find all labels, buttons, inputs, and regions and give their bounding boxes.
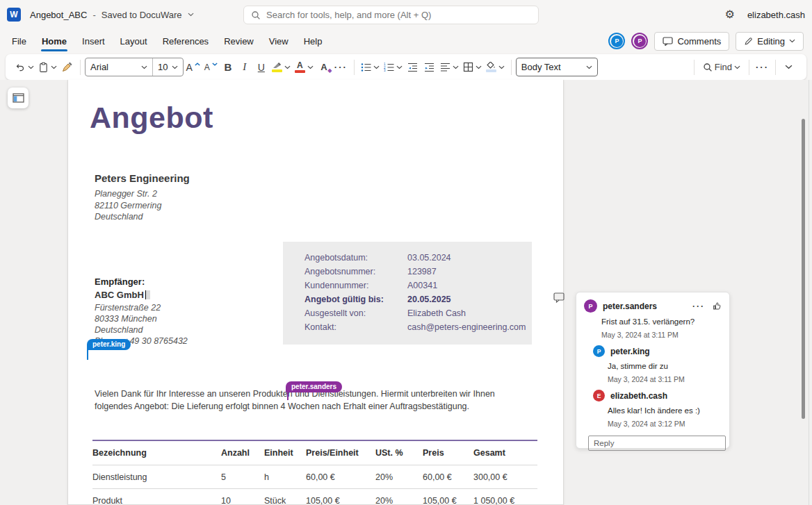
chevron-down-icon [28,65,34,69]
font-color-button[interactable]: A [293,58,316,77]
chevron-down-icon [586,65,592,69]
comment-author: peter.sanders [603,301,657,311]
comment-thread-card[interactable]: P peter.sanders ··· Frist auf 31.5. verl… [576,292,730,449]
undo-button[interactable] [13,58,36,77]
bullet-list-button[interactable] [359,58,382,77]
comment-more-options-icon[interactable]: ··· [692,301,705,311]
editing-mode-button[interactable]: Editing [736,32,804,51]
title-separator: - [92,10,95,20]
info-row: Kontakt:cash@peters-engineering.com [304,320,532,334]
comment-header: P peter.sanders ··· [584,299,722,313]
comment-text: Frist auf 31.5. verlängern? [601,317,722,326]
chevron-down-icon [396,65,403,69]
document-page[interactable]: Angebot Peters Engineering Planegger Str… [67,80,564,505]
bullet-list-icon [361,63,371,72]
collab-flag-peter-sanders[interactable]: peter.sanders [286,381,342,392]
numbered-list-button[interactable]: 123 [382,58,405,77]
navigation-pane-button[interactable] [8,88,29,108]
collab-flag-peter-king[interactable]: peter.king [87,339,131,350]
word-logo-letter: W [10,10,17,19]
table-grid-icon [463,62,473,72]
find-button[interactable]: Find [699,58,745,77]
ribbon-toolbar: Arial 10 A A B I U [6,54,806,80]
user-name[interactable]: elizabeth.cash [747,10,805,20]
format-painter-button[interactable] [59,58,76,77]
presence-avatar-peter-king[interactable]: P [608,33,625,49]
scrollbar-thumb[interactable] [802,119,805,419]
comment-anchor[interactable] [553,292,565,303]
chevron-down-icon [307,65,314,69]
highlight-color-button[interactable] [270,58,293,77]
numbered-list-icon: 123 [384,63,394,72]
shrink-font-button[interactable]: A [202,58,220,77]
reply-input[interactable] [589,436,725,450]
search-icon [251,10,261,20]
paste-button[interactable] [36,58,59,77]
chevron-down-icon [51,65,57,69]
recipient-name: ABC GmbH [95,290,150,300]
recipient-address-line: Fürstenstraße 22 [95,302,188,313]
increase-indent-button[interactable] [421,58,438,77]
toolbar-separator [694,60,695,75]
info-row: Ausgestellt von:Elizabeth Cash [304,306,532,320]
tab-review[interactable]: Review [216,29,261,53]
font-size-select[interactable]: 10 [153,58,183,76]
ribbon-layout-chevron-button[interactable] [780,58,797,77]
clear-formatting-button[interactable]: A ◆ [316,58,332,77]
tab-layout[interactable]: Layout [113,29,155,53]
align-left-icon [440,63,450,72]
alignment-button[interactable] [438,58,461,77]
search-box[interactable] [243,6,539,24]
tab-home[interactable]: Home [34,29,74,53]
reply-author: peter.king [610,347,650,356]
sender-address-line: 82110 Germering [95,200,161,212]
shading-button[interactable] [484,58,507,77]
toolbar-separator [749,60,749,75]
tab-references[interactable]: References [155,29,216,53]
bold-button[interactable]: B [220,58,236,77]
more-font-options-button[interactable]: ··· [332,58,350,77]
more-toolbar-options-button[interactable]: ··· [754,58,771,77]
grow-font-button[interactable]: A [184,58,202,77]
italic-button[interactable]: I [236,58,253,77]
chevron-down-icon [498,65,505,69]
tab-view[interactable]: View [261,29,296,53]
word-logo-icon[interactable]: W [7,8,21,22]
chevron-down-icon[interactable] [188,13,194,17]
avatar-peter-sanders: P [584,299,597,313]
table-header-row: BezeichnungAnzahlEinheitPreis/EinheitUSt… [92,441,537,465]
avatar-peter-king: P [593,345,605,357]
table-row: Dienstleistung5h60,00 €20%60,00 €300,00 … [92,465,537,489]
toolbar-separator [80,60,81,75]
navigation-pane-icon [13,93,24,103]
font-name-select[interactable]: Arial [86,58,152,76]
document-title: Angebot_ABC [30,10,87,20]
comment-anchor-icon [553,292,565,303]
document-workspace: Angebot Peters Engineering Planegger Str… [0,80,812,505]
tab-file[interactable]: File [4,29,34,53]
thumbs-up-icon[interactable] [712,301,722,311]
style-select[interactable]: Body Text [516,58,598,76]
recipient-address-line: Deutschland [95,324,188,336]
document-title-group[interactable]: Angebot_ABC - Saved to DocuWare [30,0,194,29]
comments-button[interactable]: Comments [654,32,729,51]
ribbon-menubar: File Home Insert Layout References Revie… [0,29,812,53]
table-button[interactable] [461,58,484,77]
comment-icon [663,37,673,46]
presence-avatar-peter-sanders[interactable]: P [631,33,648,49]
avatar-elizabeth-cash: E [593,390,605,401]
underline-button[interactable]: U [253,58,270,77]
tab-help[interactable]: Help [296,29,330,53]
tab-insert[interactable]: Insert [74,29,113,53]
reply-timestamp: May 3, 2024 at 3:11 PM [608,375,722,383]
collab-selection-mark [146,290,150,299]
table-row: Produkt10Stück105,00 €20%105,00 €1 050,0… [92,489,537,505]
document-heading: Angebot [90,101,213,135]
font-color-icon: A [295,61,305,73]
chevron-down-icon [373,65,380,69]
decrease-indent-icon [407,63,418,72]
search-input[interactable] [266,10,531,20]
decrease-indent-button[interactable] [405,58,421,77]
gear-icon[interactable]: ⚙ [725,9,735,20]
scrollbar-track [809,80,809,505]
